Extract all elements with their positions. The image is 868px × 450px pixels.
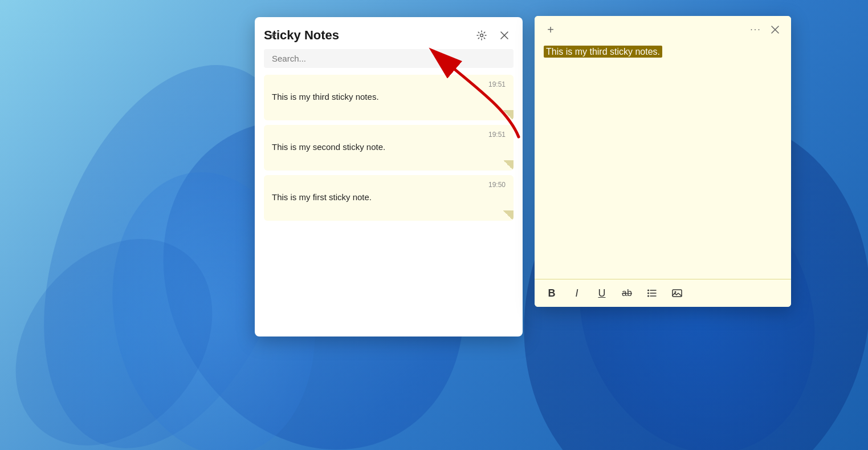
editor-more-button[interactable]: ··· [748, 22, 764, 38]
svg-point-10 [647, 295, 649, 297]
note-card-text-third: This is my third sticky notes. [272, 92, 379, 102]
editor-underline-button[interactable]: U [594, 285, 610, 301]
editor-list-button[interactable] [644, 285, 660, 301]
note-card-time-second: 19:51 [272, 131, 506, 139]
search-input[interactable] [264, 49, 514, 68]
editor-close-button[interactable] [767, 22, 783, 38]
note-card-time-first: 19:50 [272, 181, 506, 189]
svg-point-8 [647, 290, 649, 291]
note-card-time-third: 19:51 [272, 80, 506, 88]
notes-list-titlebar: + Sticky Notes [255, 17, 523, 44]
editor-content-area[interactable]: This is my third sticky notes. [535, 42, 791, 279]
notes-list-close-button[interactable] [495, 26, 514, 44]
desktop: + Sticky Notes [0, 0, 868, 450]
svg-rect-11 [673, 290, 682, 297]
notes-list-titlebar-actions [472, 26, 514, 44]
note-card-text-second: This is my second sticky note. [272, 142, 385, 152]
svg-point-9 [647, 293, 649, 294]
notes-list-window: + Sticky Notes [255, 17, 523, 337]
note-card-third[interactable]: 19:51 This is my third sticky notes. [264, 75, 514, 120]
note-card-second[interactable]: 19:51 This is my second sticky note. [264, 125, 514, 171]
editor-add-button[interactable]: + [543, 22, 559, 38]
editor-strikethrough-button[interactable]: ab [619, 285, 635, 301]
notes-list-settings-button[interactable] [472, 26, 491, 44]
note-card-text-first: This is my first sticky note. [272, 192, 372, 202]
editor-toolbar: B I U ab [535, 279, 791, 307]
editor-titlebar: + ··· [535, 16, 791, 42]
svg-point-0 [480, 34, 483, 37]
editor-italic-button[interactable]: I [569, 285, 585, 301]
editor-titlebar-actions: ··· [748, 22, 783, 38]
note-editor-window: + ··· This is my third sticky notes. B I [535, 16, 791, 307]
svg-point-12 [675, 291, 677, 293]
editor-selected-text: This is my third sticky notes. [544, 46, 662, 58]
notes-list: 19:51 This is my third sticky notes. 19:… [255, 75, 523, 337]
note-card-first[interactable]: 19:50 This is my first sticky note. [264, 175, 514, 221]
editor-image-button[interactable] [669, 285, 685, 301]
editor-bold-button[interactable]: B [544, 285, 560, 301]
notes-list-add-button[interactable]: + [264, 26, 282, 44]
